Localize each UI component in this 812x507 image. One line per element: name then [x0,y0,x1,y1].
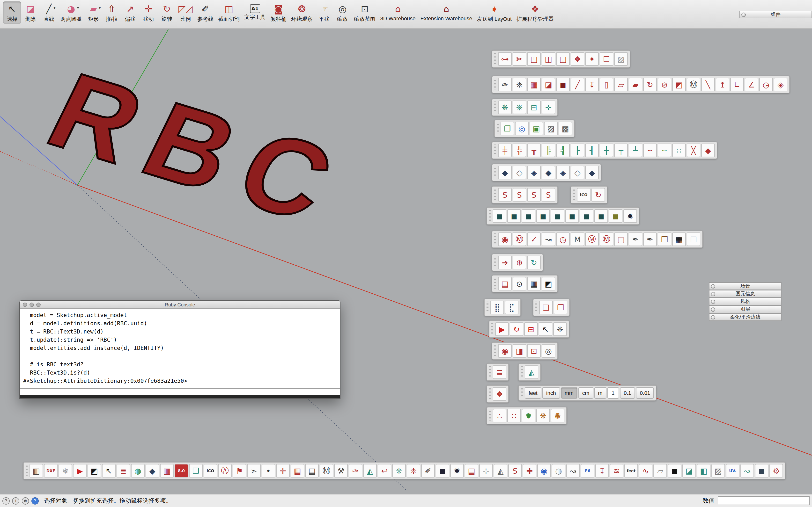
ruby-console-output[interactable]: model = Sketchup.active_model d = model.… [20,309,340,388]
plugin-icon[interactable]: ✹ [522,409,536,422]
plugin-icon[interactable]: ICO [577,188,591,202]
plugin-icon[interactable]: ╲ [701,78,715,91]
plugin-icon[interactable]: • [262,464,275,477]
plugin-icon[interactable]: ◭ [494,464,507,477]
plugin-icon[interactable]: ✒ [629,232,642,246]
curve-toolbar[interactable]: SSSS [492,186,558,204]
plugin-icon[interactable]: ◩ [672,78,686,91]
plugin-icon[interactable]: ☐ [687,232,700,246]
plugin-icon[interactable]: ↻ [643,78,657,91]
plugin-icon[interactable]: ◱ [556,52,570,66]
plugin-icon[interactable]: ◆ [701,144,715,157]
plugin-icon[interactable]: ✚ [523,464,536,477]
plugin-icon[interactable]: ╬ [513,144,526,157]
layers-icon[interactable]: ≣ [493,365,506,379]
plugin-icon[interactable]: ⚒ [334,464,348,477]
plugin-icon[interactable]: ✐ [421,464,435,477]
plugin-icon[interactable]: ◆ [542,166,555,179]
gear-icon[interactable]: ⚙ [769,464,783,477]
plugin-icon[interactable]: ◼ [609,209,622,223]
plugin-icon[interactable]: ◎ [515,122,528,135]
plugin-icon[interactable]: ↧ [585,78,599,91]
plugin-icon[interactable]: ⊕ [513,256,526,269]
plugin-icon[interactable]: ▨ [614,52,628,66]
plugin-icon[interactable]: ❐ [189,464,203,477]
plugin-icon[interactable]: ◈ [527,166,541,179]
plugin-icon[interactable]: ┉ [658,144,671,157]
bool-toolbar[interactable]: ✑❈▦◪◼╱↧▯▱▰↻⊘◩Ⓜ╲↥∟∠◶◈ [492,76,790,93]
plugin-icon[interactable]: ◼ [536,209,550,223]
tool-rotate[interactable]: ↻旋转 [158,1,176,24]
plugin-icon[interactable]: ICO [204,464,217,477]
gear-icon[interactable]: ❈ [553,322,567,336]
tool-zoom-extents[interactable]: ⊡缩放范围 [352,1,378,24]
plugin-icon[interactable]: S [527,188,541,202]
collapse-toggle-icon[interactable] [711,307,715,312]
plugin-icon[interactable]: S [508,464,522,477]
plugin-icon[interactable]: ➣ [247,464,261,477]
play-icon[interactable]: ▶ [73,464,87,477]
plugin-icon[interactable]: ◇ [513,166,526,179]
plugin-icon[interactable]: ◈ [774,78,787,91]
cad-toolbar[interactable]: ⊶✂◳◫◱❖✦☐▨ [492,50,630,68]
plugin-icon[interactable]: ❄ [58,464,72,477]
plugin-icon[interactable]: ➜ [498,256,512,269]
plugin-icon[interactable]: ↝ [542,232,555,246]
plugin-icon[interactable]: ▯ [600,78,613,91]
ruby-console-window[interactable]: Ruby Console model = Sketchup.active_mod… [19,300,341,399]
plugin-icon[interactable]: ◼ [522,209,536,223]
plugin-icon[interactable]: ❉ [513,101,526,114]
close-icon[interactable] [23,302,27,307]
unit-button-cm[interactable]: cm [578,387,593,399]
mirror-icon[interactable]: ◭ [525,365,538,379]
tool-extension-warehouse[interactable]: ⌂Extension Warehouse [418,1,474,22]
status-icon[interactable]: ☻ [22,497,29,504]
plugin-icon[interactable]: ∷ [507,409,521,422]
plugin-icon[interactable]: ┫ [585,144,599,157]
plugin-icon[interactable]: ✑ [498,78,512,91]
tray-panel-1[interactable]: 场景 [709,282,781,290]
plugin-icon[interactable]: F6 [581,464,594,477]
plugin-icon[interactable]: ┷ [629,144,642,157]
plugin-icon[interactable]: Ⓜ [513,232,526,246]
status-icon[interactable]: ? [2,497,10,504]
tool-paint-bucket[interactable]: ◙颜料桶 [268,1,289,24]
plugin-icon[interactable]: ◶ [759,78,773,91]
layers-toolbar[interactable]: ≣ [487,363,509,381]
plugin-icon[interactable]: ▦ [672,232,686,246]
tool-send-to-layout[interactable]: ➧发送到 LayOut [475,1,514,24]
tool-eraser[interactable]: ◪删除 [21,1,40,24]
plugin-icon[interactable]: ◨ [513,344,526,358]
minimize-icon[interactable] [30,302,34,307]
plugin-icon[interactable]: ┣ [571,144,584,157]
plugin-icon[interactable]: ↻ [527,256,541,269]
plugin-icon[interactable]: ◼ [580,209,594,223]
camera-toolbar[interactable]: ◉◨⊡◎ [492,342,558,359]
ruby-console-resize-edge[interactable] [20,395,340,398]
plugin-icon[interactable]: UV. [726,464,740,477]
plugin-icon[interactable]: feet [624,464,638,477]
plugin-icon[interactable]: ◧ [697,464,710,477]
plugin-icon[interactable]: ╣ [556,144,570,157]
tray-panel-3[interactable]: 风格 [709,298,781,305]
mirror-icon[interactable]: ◭ [363,464,377,477]
plugin-icon[interactable]: ⊟ [527,101,541,114]
plugin-icon[interactable]: ⣿ [491,301,504,314]
plugin-icon[interactable]: ◩ [88,464,101,477]
tool-scale[interactable]: ◸◿比例 [176,1,195,24]
plugin-icon[interactable]: ┅ [643,144,657,157]
tool-pan[interactable]: ☞平移 [315,1,333,24]
cursor-icon[interactable]: ↖ [102,464,115,477]
plugin-icon[interactable]: ▥ [30,464,43,477]
plugin-icon[interactable]: ❐ [554,301,567,314]
plugin-icon[interactable]: ▤ [305,464,319,477]
plugin-icon[interactable]: ✓ [527,232,541,246]
plugin-icon[interactable]: ▩ [559,122,572,135]
plugin-icon[interactable]: ✺ [551,409,564,422]
plugin-icon[interactable]: ↥ [716,78,729,91]
plugin-icon[interactable]: ✛ [542,101,555,114]
tool-push-pull[interactable]: ⇧推/拉 [103,1,121,24]
collapse-toggle-icon[interactable] [742,12,746,17]
plugin-icon[interactable]: ↧ [595,464,609,477]
plugin-icon[interactable]: ▱ [614,78,628,91]
